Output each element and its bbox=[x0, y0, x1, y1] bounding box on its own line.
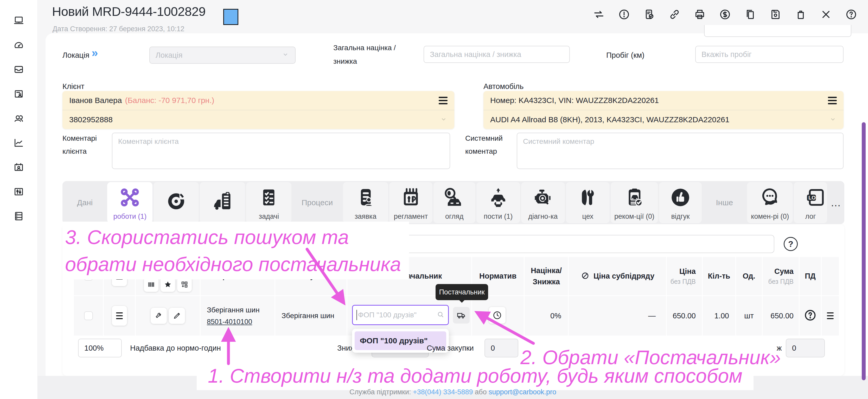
annotation-step3: 3. Скористатись пошуком та обрати необхі… bbox=[62, 222, 409, 279]
hours-markup-input[interactable] bbox=[78, 339, 122, 357]
location-select[interactable]: Локація bbox=[149, 46, 296, 64]
col-unit[interactable]: Од. bbox=[743, 272, 755, 280]
supplier-tooltip: Постачальник bbox=[436, 284, 488, 300]
double-chevron-icon[interactable]: » bbox=[92, 46, 98, 59]
row-question-icon[interactable] bbox=[804, 309, 817, 323]
client-name-row[interactable]: Іванов Валера (Баланс: -70 971,70 грн.) bbox=[62, 91, 454, 110]
workshop-wrench-icon bbox=[577, 182, 599, 212]
vehicle-plate-row[interactable]: Номер: KA4323CI, VIN: WAUZZZ8K2DA220261 bbox=[484, 91, 843, 110]
alert-icon[interactable] bbox=[618, 8, 630, 21]
edit-work-button[interactable] bbox=[151, 308, 167, 324]
system-comment-textarea[interactable] bbox=[517, 133, 843, 169]
tab-request[interactable]: заявка bbox=[343, 182, 388, 223]
diagnostics-engine-icon bbox=[532, 182, 554, 212]
markup-label: Загальна націнка / bbox=[333, 44, 396, 52]
tabs-more[interactable]: … bbox=[828, 182, 843, 223]
tab-posts[interactable]: пости (1) bbox=[476, 182, 520, 223]
col-markup[interactable]: Націнка/ bbox=[531, 266, 562, 275]
header-actions bbox=[593, 8, 857, 21]
help-icon[interactable] bbox=[845, 8, 857, 21]
vehicle-menu-icon[interactable] bbox=[828, 97, 837, 104]
comments-chat-icon bbox=[759, 182, 781, 212]
vertical-scrollbar[interactable] bbox=[862, 122, 866, 380]
chevron-down-icon bbox=[282, 51, 289, 60]
col-sum[interactable]: Сума bbox=[768, 267, 794, 276]
tasks-checklist-icon bbox=[257, 182, 280, 212]
svg-text:LO: LO bbox=[808, 195, 816, 201]
tab-inspection[interactable]: огляд bbox=[433, 182, 475, 223]
tab-works[interactable]: роботи (1) bbox=[107, 182, 152, 223]
dashboard-gauge-icon[interactable] bbox=[13, 39, 25, 52]
works-tools-icon bbox=[119, 182, 141, 212]
row-drag-icon[interactable] bbox=[827, 312, 834, 319]
order-tabs: Дані роботи (1) задачі Процеси заявка ре… bbox=[62, 181, 844, 224]
delete-icon[interactable] bbox=[795, 8, 807, 21]
purchase-sum-input[interactable] bbox=[485, 339, 518, 357]
analytics-chart-icon[interactable] bbox=[13, 137, 25, 150]
link-icon[interactable] bbox=[669, 8, 681, 21]
client-label: Клієнт bbox=[62, 82, 84, 91]
vehicle-label: Автомобіль bbox=[484, 82, 524, 91]
vehicle-plate-vin: Номер: KA4323CI, VIN: WAUZZZ8K2DA220261 bbox=[490, 96, 659, 105]
col-vat[interactable]: ПД bbox=[805, 272, 816, 280]
tab-feedback[interactable]: відгук bbox=[659, 182, 702, 223]
settings-sliders-icon[interactable] bbox=[13, 186, 25, 199]
clients-icon[interactable] bbox=[13, 112, 25, 125]
tab-recommendations[interactable]: реком-ції (0) bbox=[611, 182, 658, 223]
created-date: Дата Створення: 27 березня 2023, 10:12 bbox=[53, 25, 184, 33]
vehicle-desc-row[interactable]: AUDI A4 Allroad B8 (8KH), 2013, KA4323CI… bbox=[484, 110, 843, 129]
team-schedule-icon[interactable] bbox=[13, 161, 25, 174]
col-price[interactable]: Ціна bbox=[671, 267, 696, 276]
supplier-search-input[interactable]: ФОП "100 друзів" bbox=[352, 305, 449, 325]
col-qty[interactable]: Кіл-ть bbox=[708, 272, 731, 280]
request-doc-icon bbox=[354, 182, 377, 212]
payment-icon[interactable] bbox=[719, 8, 731, 21]
edit-pencil-button[interactable] bbox=[169, 308, 185, 324]
tab-diagnostics[interactable]: діагно-ка bbox=[521, 182, 565, 223]
tab-car-parts[interactable] bbox=[200, 182, 245, 223]
work-time-button[interactable] bbox=[489, 307, 505, 324]
save-icon[interactable] bbox=[769, 8, 782, 21]
inbox-icon[interactable] bbox=[13, 63, 25, 76]
feedback-thumb-icon bbox=[669, 182, 691, 212]
row-menu-button[interactable] bbox=[112, 306, 127, 326]
document-check-icon[interactable] bbox=[643, 8, 655, 21]
tab-log[interactable]: LO лог bbox=[794, 182, 827, 223]
supplier-mode-button[interactable] bbox=[453, 307, 470, 324]
sum-value: 650.00 bbox=[770, 311, 799, 320]
laptop-icon[interactable] bbox=[13, 14, 25, 28]
markup-input[interactable] bbox=[424, 46, 570, 63]
tab-tasks[interactable]: задачі bbox=[246, 182, 291, 223]
storage-icon[interactable] bbox=[13, 210, 25, 223]
table-help-icon[interactable]: ? bbox=[784, 237, 798, 251]
cropped-input[interactable] bbox=[704, 25, 851, 37]
work-type-value: Зберігання шин bbox=[207, 306, 260, 314]
close-icon[interactable] bbox=[820, 8, 832, 21]
support-phone-link[interactable]: +38(044) 334-5889 bbox=[413, 388, 473, 396]
col-standard[interactable]: Норматив bbox=[479, 272, 517, 280]
tab-parts[interactable] bbox=[154, 182, 199, 223]
right-total-input[interactable] bbox=[786, 339, 825, 357]
print-icon[interactable] bbox=[694, 8, 706, 21]
tab-regulations[interactable]: регламент bbox=[389, 182, 432, 223]
tab-comments[interactable]: комен-рі (0) bbox=[747, 182, 793, 223]
work-code-link[interactable]: 8501-4010100 bbox=[207, 318, 260, 326]
sync-icon[interactable] bbox=[593, 8, 605, 21]
qty-value: 1.00 bbox=[714, 311, 735, 320]
mileage-input[interactable] bbox=[695, 46, 843, 63]
contact-card-icon[interactable] bbox=[13, 88, 25, 101]
row-checkbox[interactable] bbox=[84, 311, 93, 320]
client-menu-icon[interactable] bbox=[439, 97, 447, 104]
client-phone-row[interactable]: 3802952888 bbox=[62, 110, 454, 129]
col-subcontract[interactable]: Ціна субпідряду bbox=[593, 272, 654, 280]
client-comments-textarea[interactable] bbox=[112, 133, 450, 169]
footer-support: Служба підтримки: +38(044) 334-5889 або … bbox=[38, 388, 868, 396]
support-email-link[interactable]: support@carbook.pro bbox=[489, 388, 556, 396]
clock-icon bbox=[492, 310, 502, 320]
tab-workshop[interactable]: цех bbox=[566, 182, 610, 223]
copy-icon[interactable] bbox=[744, 8, 756, 21]
system-comment-label: Системний bbox=[465, 134, 503, 142]
markup-value: 0% bbox=[550, 311, 568, 320]
app-sidebar bbox=[0, 0, 38, 399]
client-name: Іванов Валера bbox=[69, 96, 122, 105]
